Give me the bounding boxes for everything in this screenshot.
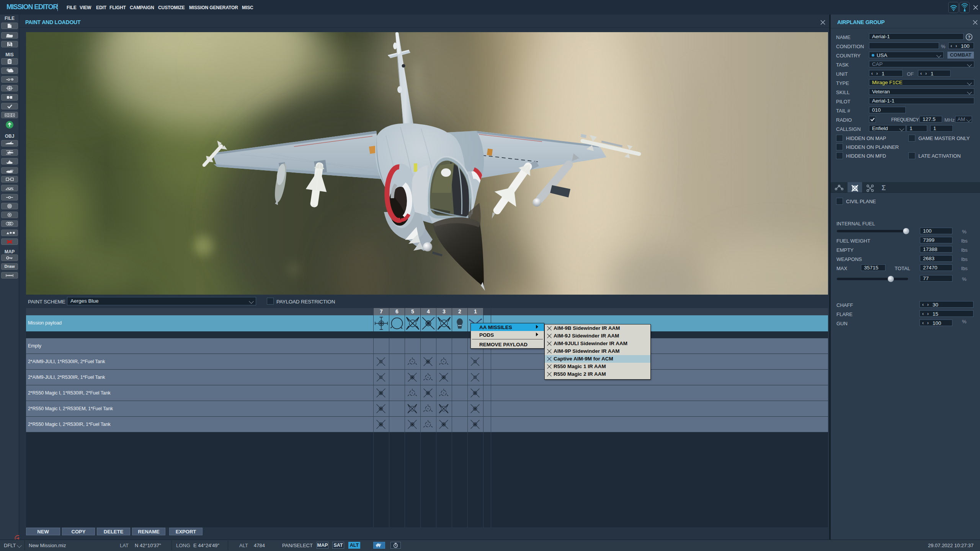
svg-text:?: ? [968,35,970,39]
